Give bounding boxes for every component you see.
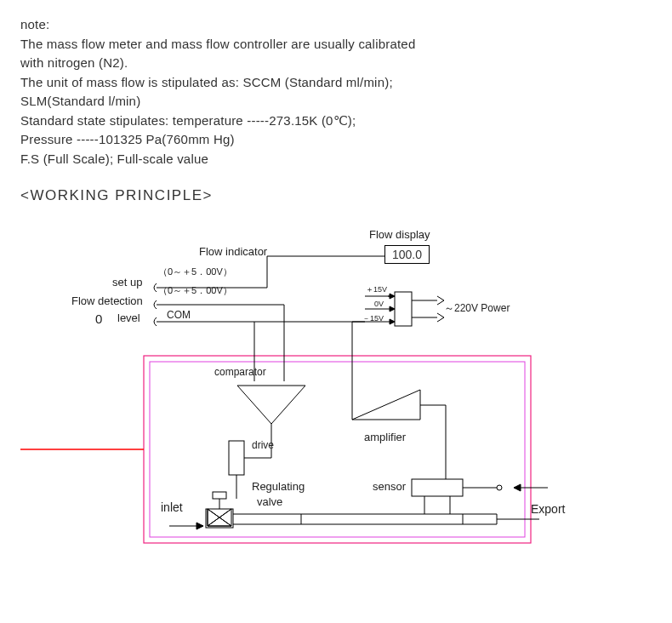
export-label: Export	[531, 502, 565, 516]
power-label: ～220V Power	[444, 301, 510, 316]
note-line: The mass flow meter and mass flow contro…	[20, 35, 652, 54]
sensor-label: sensor	[373, 480, 406, 493]
detect-voltage: （0～＋5．00V）	[158, 284, 232, 297]
setup-voltage: （0～＋5．00V）	[158, 266, 232, 278]
svg-marker-16	[390, 294, 395, 299]
svg-rect-21	[229, 441, 244, 475]
note-title: note:	[20, 15, 652, 35]
svg-marker-18	[390, 319, 395, 324]
minus15v-label: －15V	[362, 313, 384, 324]
svg-rect-45	[412, 479, 463, 496]
com-label: COM	[167, 309, 191, 321]
flow-display-value: 100.0	[384, 245, 430, 264]
svg-marker-51	[514, 484, 521, 491]
plus15v-label: ＋15V	[366, 284, 387, 295]
svg-point-49	[497, 485, 502, 490]
valve-label: valve	[257, 495, 282, 508]
note-block: note: The mass flow meter and mass flow …	[20, 15, 652, 169]
svg-rect-39	[213, 492, 226, 499]
svg-rect-13	[395, 292, 412, 326]
working-principle-diagram: Flow display 100.0 Flow indicator set up…	[20, 228, 616, 552]
flow-indicator-label: Flow indicator	[199, 245, 267, 258]
svg-marker-19	[237, 386, 305, 424]
note-line: Pressure -----101325 Pa(760mm Hg)	[20, 130, 652, 150]
svg-marker-17	[390, 306, 395, 312]
svg-rect-0	[144, 356, 531, 543]
level-label: level	[117, 312, 140, 324]
amplifier-label: amplifier	[364, 431, 406, 443]
flow-display-label: Flow display	[369, 228, 430, 241]
section-heading: <WORKING PRINCIPLE>	[20, 187, 652, 204]
flow-detection-label: Flow detection	[71, 294, 143, 307]
svg-rect-37	[206, 509, 233, 528]
note-line: F.S (Full Scale); Full-scale value	[20, 150, 652, 169]
inlet-label: inlet	[161, 500, 183, 514]
note-line: Standard state stipulates: temperature -…	[20, 111, 652, 131]
drive-label: drive	[252, 439, 274, 451]
regulating-label: Regulating	[252, 480, 305, 493]
setup-label: set up	[112, 276, 142, 289]
note-line: SLM(Standard l/min)	[20, 92, 652, 111]
level-zero: 0	[95, 312, 102, 326]
note-line: with nitrogen (N2).	[20, 54, 652, 73]
zeroV-label: 0V	[374, 300, 384, 308]
svg-marker-31	[196, 523, 203, 529]
comparator-label: comparator	[214, 366, 266, 378]
svg-marker-25	[352, 390, 420, 420]
note-line: The unit of mass flow is stipulated as: …	[20, 73, 652, 93]
